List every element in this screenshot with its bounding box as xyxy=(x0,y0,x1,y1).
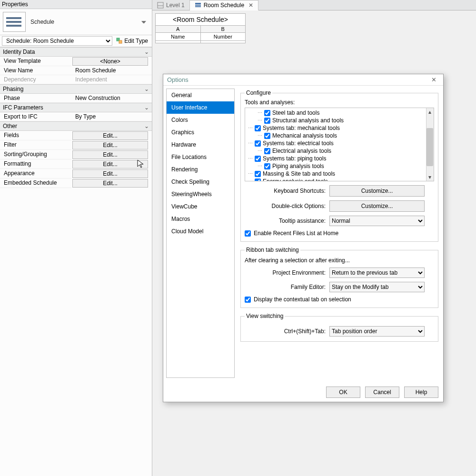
tree-checkbox[interactable] xyxy=(255,156,261,162)
group-identity-data[interactable]: Identity Data ⌄ xyxy=(0,47,152,57)
type-selector-row[interactable]: Schedule xyxy=(0,9,152,35)
ok-button[interactable]: OK xyxy=(326,387,360,398)
group-ifc[interactable]: IFC Parameters ⌄ xyxy=(0,103,152,112)
embedded-schedule-edit-button[interactable]: Edit... xyxy=(72,179,148,188)
tooltip-select[interactable]: Normal xyxy=(329,216,425,226)
cancel-button[interactable]: Cancel xyxy=(365,387,399,398)
schedule-grid[interactable]: <Room Schedule> A B Name Number xyxy=(155,13,246,43)
collapse-icon[interactable]: ⌄ xyxy=(143,104,149,111)
tab-level1[interactable]: Level 1 xyxy=(152,0,190,10)
nav-cloud-model[interactable]: Cloud Model xyxy=(167,225,234,238)
tree-checkbox[interactable] xyxy=(255,171,261,177)
dialog-titlebar[interactable]: Options ✕ xyxy=(163,74,443,86)
column-name[interactable]: Name xyxy=(156,33,201,41)
sorting-grouping-edit-button[interactable]: Edit... xyxy=(72,150,148,159)
nav-graphics[interactable]: Graphics xyxy=(167,126,234,139)
contextual-tab-label: Display the contextual tab on selection xyxy=(254,296,351,303)
column-letter-b[interactable]: B xyxy=(201,26,246,33)
nav-viewcube[interactable]: ViewCube xyxy=(167,200,234,213)
scroll-down-icon[interactable]: ▾ xyxy=(426,173,434,181)
group-other[interactable]: Other ⌄ xyxy=(0,121,152,131)
tree-item[interactable]: ⋯Energy analysis and tools xyxy=(245,178,434,181)
tab-room-schedule[interactable]: Room Schedule ✕ xyxy=(190,0,258,10)
column-letter-a[interactable]: A xyxy=(156,26,201,33)
ctrl-tab-select[interactable]: Tab position order xyxy=(329,326,425,337)
tree-expander-icon[interactable]: ⋯ xyxy=(248,126,253,130)
nav-general[interactable]: General xyxy=(167,89,234,101)
tree-item[interactable]: ⋯Steel tab and tools xyxy=(245,109,434,117)
close-icon[interactable]: ✕ xyxy=(248,2,253,9)
kb-shortcuts-button[interactable]: Customize... xyxy=(329,185,425,197)
type-selector-label: Schedule xyxy=(30,19,141,25)
tree-expander-icon[interactable]: ⋯ xyxy=(258,164,262,169)
collapse-icon[interactable]: ⌄ xyxy=(143,86,149,92)
nav-user-interface[interactable]: User Interface xyxy=(167,101,234,114)
nav-colors[interactable]: Colors xyxy=(167,114,234,126)
tree-item[interactable]: ⋯Systems tab: electrical tools xyxy=(245,139,434,147)
label-view-template: View Template xyxy=(0,57,71,66)
tree-checkbox[interactable] xyxy=(255,140,261,147)
family-type-select[interactable]: Schedule: Room Schedule xyxy=(2,36,112,46)
scrollbar[interactable]: ▴ ▾ xyxy=(426,108,434,181)
options-dialog: Options ✕ GeneralUser InterfaceColorsGra… xyxy=(163,74,444,402)
group-phasing[interactable]: Phasing ⌄ xyxy=(0,84,152,94)
nav-macros[interactable]: Macros xyxy=(167,213,234,225)
close-icon[interactable]: ✕ xyxy=(428,76,439,83)
tree-item[interactable]: ⋯Electrical analysis tools xyxy=(245,147,434,155)
help-button[interactable]: Help xyxy=(404,387,438,398)
tree-checkbox[interactable] xyxy=(264,133,270,139)
tree-item[interactable]: ⋯Mechanical analysis tools xyxy=(245,132,434,139)
tools-tree[interactable]: ⋯Steel tab and tools⋯Structural analysis… xyxy=(245,108,434,181)
dblclick-button[interactable]: Customize... xyxy=(329,200,425,212)
tree-item-label: Steel tab and tools xyxy=(272,109,319,116)
scroll-up-icon[interactable]: ▴ xyxy=(426,108,434,116)
tree-expander-icon[interactable]: ⋯ xyxy=(248,141,253,146)
tree-expander-icon[interactable]: ⋯ xyxy=(258,149,262,153)
tree-item[interactable]: ⋯Massing & Site tab and tools xyxy=(245,170,434,178)
appearance-edit-button[interactable]: Edit... xyxy=(72,169,148,178)
value-export-ifc[interactable]: By Type xyxy=(71,112,152,121)
contextual-tab-checkbox[interactable] xyxy=(245,297,251,303)
nav-check-spelling[interactable]: Check Spelling xyxy=(167,176,234,188)
collapse-icon[interactable]: ⌄ xyxy=(143,49,149,55)
tree-checkbox[interactable] xyxy=(264,148,270,154)
scroll-thumb[interactable] xyxy=(426,128,433,166)
tree-expander-icon[interactable]: ⋯ xyxy=(248,179,253,181)
fields-edit-button[interactable]: Edit... xyxy=(72,131,148,140)
tree-checkbox[interactable] xyxy=(264,163,270,169)
edit-type-button[interactable]: Edit Type xyxy=(114,37,150,45)
formatting-edit-button[interactable]: Edit... xyxy=(72,160,148,169)
tree-checkbox[interactable] xyxy=(264,118,270,124)
tree-item[interactable]: ⋯Systems tab: piping tools xyxy=(245,155,434,162)
tree-checkbox[interactable] xyxy=(264,110,270,116)
tree-item[interactable]: ⋯Systems tab: mechanical tools xyxy=(245,124,434,132)
tree-item[interactable]: ⋯Piping analysis tools xyxy=(245,162,434,170)
tree-checkbox[interactable] xyxy=(255,178,261,182)
enable-recent-files-checkbox[interactable] xyxy=(245,230,251,237)
tree-checkbox[interactable] xyxy=(255,125,261,131)
view-template-button[interactable]: <None> xyxy=(72,57,148,66)
nav-file-locations[interactable]: File Locations xyxy=(167,151,234,163)
tree-expander-icon[interactable]: ⋯ xyxy=(258,118,262,123)
collapse-icon[interactable]: ⌄ xyxy=(143,123,149,129)
label-export-ifc: Export to IFC xyxy=(0,112,71,121)
tree-expander-icon[interactable]: ⋯ xyxy=(258,110,262,115)
filter-edit-button[interactable]: Edit... xyxy=(72,141,148,149)
tree-item-label: Electrical analysis tools xyxy=(272,148,331,154)
value-view-name[interactable]: Room Schedule xyxy=(71,66,152,75)
floorplan-icon xyxy=(157,2,164,9)
family-editor-select[interactable]: Stay on the Modify tab xyxy=(329,282,425,292)
document-tabs: Level 1 Room Schedule ✕ xyxy=(152,0,476,10)
tree-expander-icon[interactable]: ⋯ xyxy=(248,171,253,176)
nav-steeringwheels[interactable]: SteeringWheels xyxy=(167,188,234,200)
tooltip-label: Tooltip assistance: xyxy=(245,218,326,224)
value-phase[interactable]: New Construction xyxy=(71,94,152,103)
column-number[interactable]: Number xyxy=(201,33,246,41)
tree-expander-icon[interactable]: ⋯ xyxy=(248,156,253,161)
tree-item-label: Systems tab: piping tools xyxy=(263,155,326,162)
tree-item[interactable]: ⋯Structural analysis and tools xyxy=(245,117,434,124)
tree-expander-icon[interactable]: ⋯ xyxy=(258,133,262,138)
nav-rendering[interactable]: Rendering xyxy=(167,163,234,176)
proj-env-select[interactable]: Return to the previous tab xyxy=(329,268,425,278)
nav-hardware[interactable]: Hardware xyxy=(167,139,234,151)
